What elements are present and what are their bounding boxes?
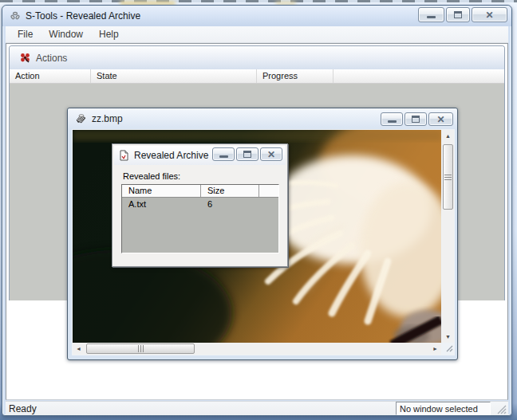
menu-help[interactable]: Help (91, 27, 127, 41)
desktop: S-Tools - Revealed Archive ✕ File Window… (0, 0, 517, 420)
stools-main-window: S-Tools - Revealed Archive ✕ File Window… (2, 5, 512, 416)
document-icon (119, 150, 129, 161)
revealed-window-title: Revealed Archive (134, 150, 208, 161)
revealed-files-list: Name Size A.txt 6 (121, 184, 279, 253)
close-button[interactable]: ✕ (472, 7, 507, 22)
menu-file[interactable]: File (10, 27, 41, 41)
paint-can-icon (75, 113, 87, 124)
resize-grip-icon[interactable] (444, 343, 453, 352)
horizontal-scrollbar[interactable]: ◄ ► (73, 343, 441, 355)
thumb-grip (444, 175, 452, 180)
revealed-files-label: Revealed files: (123, 171, 180, 181)
menubar: File Window Help (6, 26, 508, 43)
column-header-action[interactable]: Action (10, 69, 91, 83)
scrollbar-corner (442, 343, 454, 355)
horizontal-scrollbar-thumb[interactable] (86, 343, 195, 354)
scroll-down-icon[interactable]: ▼ (442, 331, 454, 343)
maximize-icon (454, 11, 462, 18)
close-icon: ✕ (485, 10, 493, 20)
menu-window[interactable]: Window (41, 27, 91, 41)
column-header-progress[interactable]: Progress (257, 69, 333, 83)
maximize-icon (412, 116, 420, 123)
resize-grip-icon[interactable] (496, 404, 507, 414)
revealed-list-header: Name Size (122, 185, 278, 198)
desktop-wallpaper-stripe (0, 0, 517, 2)
main-window-title: S-Tools - Revealed Archive (26, 10, 140, 22)
maximize-button[interactable] (236, 147, 258, 161)
column-header-blank (333, 69, 504, 83)
revealed-archive-window: Revealed Archive ✕ Revealed files: Name … (112, 143, 288, 267)
actions-titlebar[interactable]: Actions (10, 46, 504, 69)
status-message: Ready (9, 403, 37, 414)
column-header-blank (259, 185, 278, 197)
column-header-state[interactable]: State (91, 69, 257, 83)
main-caption-buttons: ✕ (418, 7, 507, 22)
actions-list-header: Action State Progress (10, 69, 504, 84)
mdi-client-area: Actions Action State Progress (6, 43, 508, 400)
actions-pinwheel-icon (20, 53, 30, 63)
close-icon: ✕ (267, 150, 275, 159)
close-icon: ✕ (436, 115, 444, 124)
actions-window-title: Actions (36, 53, 67, 64)
maximize-button[interactable] (446, 7, 470, 22)
scroll-up-icon[interactable]: ▲ (442, 130, 454, 142)
maximize-button[interactable] (405, 112, 427, 126)
vertical-scrollbar[interactable]: ▲ ▼ (442, 130, 454, 343)
column-header-size[interactable]: Size (201, 185, 259, 197)
list-item[interactable]: A.txt 6 (122, 198, 278, 209)
revealed-caption-buttons: ✕ (212, 147, 282, 161)
thumb-grip (138, 345, 144, 352)
minimize-icon (427, 16, 436, 18)
minimize-icon (388, 120, 397, 123)
file-size: 6 (201, 199, 259, 209)
maximize-icon (243, 151, 251, 158)
status-window-field: No window selected (396, 402, 491, 415)
minimize-button[interactable] (381, 112, 403, 126)
scroll-left-icon[interactable]: ◄ (73, 343, 85, 355)
statusbar: Ready No window selected (6, 401, 508, 415)
zzbmp-window-title: zz.bmp (92, 113, 123, 124)
file-name: A.txt (122, 199, 201, 209)
minimize-button[interactable] (418, 7, 444, 22)
minimize-button[interactable] (212, 147, 235, 161)
vertical-scrollbar-thumb[interactable] (443, 144, 453, 210)
column-header-name[interactable]: Name (122, 185, 201, 197)
close-button[interactable]: ✕ (428, 112, 453, 126)
scroll-right-icon[interactable]: ► (429, 343, 441, 355)
close-button[interactable]: ✕ (260, 147, 282, 161)
zzbmp-caption-buttons: ✕ (381, 112, 453, 126)
minimize-icon (219, 155, 228, 158)
stools-app-icon (10, 10, 21, 22)
